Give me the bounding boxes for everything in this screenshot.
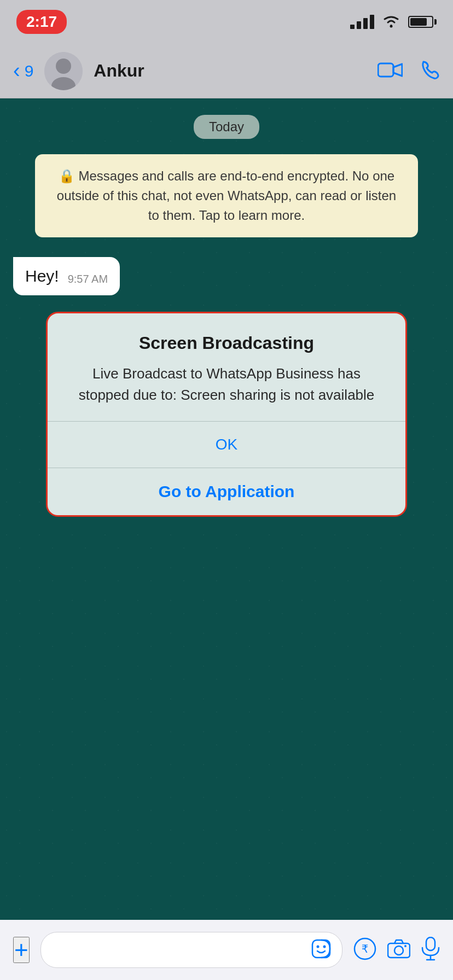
alert-body: Screen Broadcasting Live Broadcast to Wh… (48, 313, 405, 421)
status-icons (350, 14, 437, 30)
message-bubble: Hey! 9:57 AM (13, 257, 120, 295)
svg-point-11 (394, 946, 403, 955)
message-input[interactable] (40, 932, 342, 968)
svg-point-7 (323, 946, 326, 948)
avatar (44, 52, 83, 90)
rupee-icon[interactable]: ₹ (353, 937, 376, 962)
message-text: Hey! (25, 267, 59, 285)
svg-point-0 (390, 25, 393, 28)
message-time: 9:57 AM (68, 273, 108, 285)
svg-point-6 (317, 946, 320, 948)
nav-actions (378, 60, 440, 83)
back-chevron-icon: ‹ (13, 59, 20, 83)
mic-icon[interactable] (421, 937, 440, 963)
phone-call-button[interactable] (419, 60, 440, 83)
encryption-notice[interactable]: 🔒 Messages and calls are end-to-end encr… (35, 154, 418, 237)
status-bar: 2:17 (0, 0, 453, 44)
camera-icon[interactable] (387, 939, 410, 961)
chat-area: Today 🔒 Messages and calls are end-to-en… (0, 98, 453, 920)
svg-text:₹: ₹ (362, 942, 369, 955)
bottom-bar: + ₹ (0, 920, 453, 980)
date-badge-text: Today (194, 115, 259, 139)
svg-rect-13 (426, 937, 435, 950)
svg-rect-4 (378, 63, 393, 77)
date-badge: Today (13, 115, 440, 139)
battery-icon (408, 16, 437, 28)
alert-message: Live Broadcast to WhatsApp Business has … (69, 363, 384, 406)
encryption-text: 🔒 Messages and calls are end-to-end encr… (57, 168, 396, 223)
alert-dialog: Screen Broadcasting Live Broadcast to Wh… (46, 312, 407, 517)
back-button[interactable]: ‹ 9 (13, 59, 33, 83)
alert-ok-button[interactable]: OK (48, 422, 405, 468)
status-time: 2:17 (16, 10, 67, 34)
nav-bar: ‹ 9 Ankur (0, 44, 453, 98)
sticker-icon (311, 939, 331, 961)
contact-name: Ankur (94, 61, 367, 81)
svg-point-12 (404, 945, 406, 947)
svg-point-2 (56, 59, 71, 74)
plus-button[interactable]: + (13, 937, 30, 963)
back-count: 9 (25, 62, 34, 80)
signal-icon (350, 15, 374, 29)
video-call-button[interactable] (378, 61, 403, 81)
alert-go-to-application-button[interactable]: Go to Application (48, 468, 405, 515)
wifi-icon (382, 14, 400, 30)
alert-title: Screen Broadcasting (69, 333, 384, 353)
